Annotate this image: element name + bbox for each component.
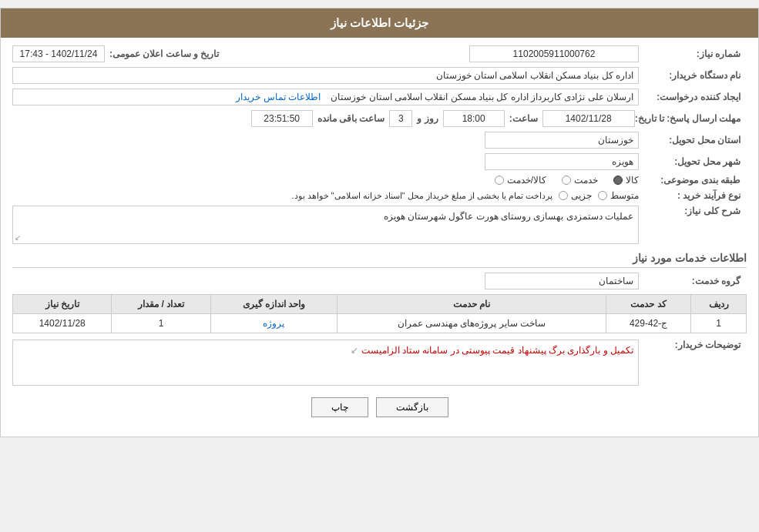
creator-label: ایجاد کننده درخواست: <box>639 92 747 102</box>
category-khidmat[interactable]: خدمت <box>562 175 598 186</box>
category-khidmat-radio <box>562 176 571 185</box>
process-motavaset-radio <box>598 191 607 200</box>
send-deadline-label: مهلت ارسال پاسخ: تا تاریخ: <box>635 113 747 124</box>
send-remaining-label: ساعت باقی مانده <box>317 113 385 124</box>
category-kala-khidmat-radio <box>495 176 504 185</box>
col-row: ردیف <box>691 295 747 314</box>
category-kala[interactable]: کالا <box>613 175 639 186</box>
announce-label: تاریخ و ساعت اعلان عمومی: <box>109 49 219 59</box>
service-group-value: ساختمان <box>485 273 639 289</box>
category-options: کالا/خدمت خدمت کالا <box>495 175 639 186</box>
process-jozi-radio <box>559 191 568 200</box>
service-table: ردیف کد حدمت نام حدمت واحد اندازه گیری ت… <box>12 294 747 333</box>
city-value: هویزه <box>485 153 639 170</box>
print-button[interactable]: چاپ <box>311 397 368 417</box>
process-motavaset[interactable]: متوسط <box>598 190 639 201</box>
send-time-label: ساعت: <box>509 113 538 124</box>
button-row: بازگشت چاپ <box>12 397 747 417</box>
col-unit: واحد اندازه گیری <box>210 295 337 314</box>
process-note: پرداخت تمام یا بخشی از مبلغ خریداز محل "… <box>291 191 552 201</box>
niyaz-number-label: شماره نیاز: <box>639 49 747 59</box>
table-row: 1ج-42-429ساخت سایر پروژه‌های مهندسی عمرا… <box>13 314 747 333</box>
col-code: کد حدمت <box>606 295 691 314</box>
province-label: استان محل تحویل: <box>639 135 747 146</box>
description-label: شرح کلی نیاز: <box>639 206 747 216</box>
cell-date: 1402/11/28 <box>13 314 112 333</box>
col-count: تعداد / مقدار <box>112 295 210 314</box>
send-days: 3 <box>389 110 412 127</box>
process-row: متوسط جزیی پرداخت تمام یا بخشی از مبلغ خ… <box>12 190 639 201</box>
send-date: 1402/11/28 <box>542 110 635 127</box>
cell-name: ساخت سایر پروژه‌های مهندسی عمران <box>338 314 606 333</box>
creator-value: ارسلان علی نژادی کاربرداز اداره کل بنیاد… <box>12 89 639 105</box>
city-label: شهر محل تحویل: <box>639 156 747 167</box>
send-day-label: روز و <box>417 113 438 124</box>
category-label: طبقه بندی موضوعی: <box>639 175 747 186</box>
cell-code: ج-42-429 <box>606 314 691 333</box>
services-section-header: اطلاعات خدمات مورد نیاز <box>12 252 747 268</box>
announce-date-value: 1402/11/24 - 17:43 <box>12 45 105 62</box>
description-value: عملیات دستمزدی بهسازی روستای هورت عاگول … <box>12 206 639 244</box>
province-value: خوزستان <box>485 132 639 149</box>
buyer-org-value: اداره کل بنیاد مسکن انقلاب اسلامی استان … <box>12 67 639 84</box>
buyer-desc-label: توضیحات خریدار: <box>639 340 747 350</box>
buyer-desc-value: تکمیل و بارگذاری برگ پیشنهاد قیمت پیوستی… <box>12 340 639 386</box>
niyaz-number-value: 1102005911000762 <box>469 45 639 62</box>
process-label: نوع فرآیند خرید : <box>639 190 747 201</box>
contact-link[interactable]: اطلاعات تماس خریدار <box>236 92 321 102</box>
service-group-label: گروه خدمت: <box>639 276 747 286</box>
send-time: 18:00 <box>443 110 505 127</box>
process-jozi[interactable]: جزیی <box>559 190 592 201</box>
cell-count: 1 <box>112 314 210 333</box>
cell-row: 1 <box>691 314 747 333</box>
category-kala-radio <box>613 176 623 185</box>
cell-unit: پروژه <box>210 314 337 333</box>
send-remaining: 23:51:50 <box>251 110 313 127</box>
category-kala-khidmat[interactable]: کالا/خدمت <box>495 175 546 186</box>
buyer-org-label: نام دستگاه خریدار: <box>639 70 747 81</box>
col-name: نام حدمت <box>338 295 606 314</box>
back-button[interactable]: بازگشت <box>376 397 448 417</box>
col-date: تاریخ نیاز <box>13 295 112 314</box>
page-title: جزئیات اطلاعات نیاز <box>1 8 758 38</box>
